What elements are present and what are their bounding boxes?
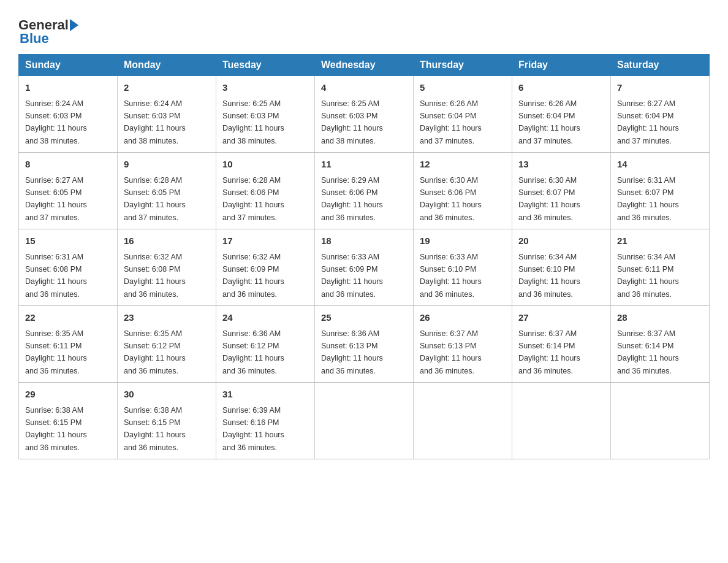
day-info: Sunrise: 6:36 AMSunset: 6:12 PMDaylight:…: [222, 329, 284, 375]
day-number: 11: [321, 158, 407, 172]
day-number: 8: [25, 158, 111, 172]
day-info: Sunrise: 6:38 AMSunset: 6:15 PMDaylight:…: [124, 406, 186, 452]
day-info: Sunrise: 6:39 AMSunset: 6:16 PMDaylight:…: [222, 406, 284, 452]
calendar-cell: 28 Sunrise: 6:37 AMSunset: 6:14 PMDaylig…: [611, 306, 710, 383]
calendar-cell: 10 Sunrise: 6:28 AMSunset: 6:06 PMDaylig…: [216, 153, 315, 229]
calendar-cell: 4 Sunrise: 6:25 AMSunset: 6:03 PMDayligh…: [315, 76, 414, 153]
day-number: 19: [420, 234, 506, 248]
calendar-cell: [315, 383, 414, 459]
day-info: Sunrise: 6:35 AMSunset: 6:12 PMDaylight:…: [124, 329, 186, 375]
day-info: Sunrise: 6:35 AMSunset: 6:11 PMDaylight:…: [25, 329, 87, 375]
day-info: Sunrise: 6:25 AMSunset: 6:03 PMDaylight:…: [321, 99, 383, 145]
day-number: 25: [321, 311, 407, 325]
day-info: Sunrise: 6:32 AMSunset: 6:09 PMDaylight:…: [222, 253, 284, 299]
col-header-saturday: Saturday: [611, 55, 710, 76]
calendar-cell: 2 Sunrise: 6:24 AMSunset: 6:03 PMDayligh…: [118, 76, 216, 153]
day-number: 14: [617, 158, 703, 172]
day-number: 16: [124, 234, 210, 248]
calendar-cell: 26 Sunrise: 6:37 AMSunset: 6:13 PMDaylig…: [414, 306, 512, 383]
day-number: 26: [420, 311, 506, 325]
logo-blue: Blue: [18, 31, 49, 47]
calendar-cell: 23 Sunrise: 6:35 AMSunset: 6:12 PMDaylig…: [118, 306, 216, 383]
calendar-cell: 19 Sunrise: 6:33 AMSunset: 6:10 PMDaylig…: [414, 229, 512, 306]
calendar-cell: 22 Sunrise: 6:35 AMSunset: 6:11 PMDaylig…: [19, 306, 118, 383]
day-info: Sunrise: 6:37 AMSunset: 6:14 PMDaylight:…: [518, 329, 580, 375]
day-info: Sunrise: 6:28 AMSunset: 6:05 PMDaylight:…: [124, 176, 186, 222]
day-info: Sunrise: 6:34 AMSunset: 6:11 PMDaylight:…: [617, 253, 679, 299]
logo-general: General: [18, 18, 69, 32]
day-info: Sunrise: 6:32 AMSunset: 6:08 PMDaylight:…: [124, 253, 186, 299]
day-info: Sunrise: 6:29 AMSunset: 6:06 PMDaylight:…: [321, 176, 383, 222]
calendar-cell: 30 Sunrise: 6:38 AMSunset: 6:15 PMDaylig…: [118, 383, 216, 459]
day-number: 29: [25, 388, 111, 402]
day-number: 31: [222, 388, 308, 402]
calendar-cell: [611, 383, 710, 459]
calendar-week-1: 1 Sunrise: 6:24 AMSunset: 6:03 PMDayligh…: [19, 76, 710, 153]
day-number: 27: [518, 311, 604, 325]
calendar-cell: 8 Sunrise: 6:27 AMSunset: 6:05 PMDayligh…: [19, 153, 118, 229]
calendar-cell: [512, 383, 611, 459]
col-header-monday: Monday: [118, 55, 216, 76]
calendar-cell: 6 Sunrise: 6:26 AMSunset: 6:04 PMDayligh…: [512, 76, 611, 153]
day-number: 10: [222, 158, 308, 172]
day-number: 13: [518, 158, 604, 172]
page-header: General Blue: [18, 12, 710, 47]
logo-arrow-icon: [70, 19, 78, 31]
calendar-header-row: SundayMondayTuesdayWednesdayThursdayFrid…: [19, 55, 710, 76]
day-info: Sunrise: 6:31 AMSunset: 6:08 PMDaylight:…: [25, 253, 87, 299]
day-number: 30: [124, 388, 210, 402]
col-header-thursday: Thursday: [414, 55, 512, 76]
day-number: 22: [25, 311, 111, 325]
calendar-cell: [414, 383, 512, 459]
day-number: 5: [420, 81, 506, 95]
day-number: 2: [124, 81, 210, 95]
calendar-cell: 18 Sunrise: 6:33 AMSunset: 6:09 PMDaylig…: [315, 229, 414, 306]
day-number: 7: [617, 81, 703, 95]
day-info: Sunrise: 6:30 AMSunset: 6:07 PMDaylight:…: [518, 176, 580, 222]
calendar-table: SundayMondayTuesdayWednesdayThursdayFrid…: [18, 54, 710, 459]
day-info: Sunrise: 6:36 AMSunset: 6:13 PMDaylight:…: [321, 329, 383, 375]
calendar-cell: 12 Sunrise: 6:30 AMSunset: 6:06 PMDaylig…: [414, 153, 512, 229]
calendar-cell: 11 Sunrise: 6:29 AMSunset: 6:06 PMDaylig…: [315, 153, 414, 229]
calendar-cell: 16 Sunrise: 6:32 AMSunset: 6:08 PMDaylig…: [118, 229, 216, 306]
day-number: 24: [222, 311, 308, 325]
calendar-week-2: 8 Sunrise: 6:27 AMSunset: 6:05 PMDayligh…: [19, 153, 710, 229]
calendar-cell: 3 Sunrise: 6:25 AMSunset: 6:03 PMDayligh…: [216, 76, 315, 153]
day-info: Sunrise: 6:33 AMSunset: 6:10 PMDaylight:…: [420, 253, 482, 299]
calendar-cell: 9 Sunrise: 6:28 AMSunset: 6:05 PMDayligh…: [118, 153, 216, 229]
day-info: Sunrise: 6:24 AMSunset: 6:03 PMDaylight:…: [124, 99, 186, 145]
day-number: 21: [617, 234, 703, 248]
day-number: 4: [321, 81, 407, 95]
day-info: Sunrise: 6:26 AMSunset: 6:04 PMDaylight:…: [420, 99, 482, 145]
day-number: 18: [321, 234, 407, 248]
calendar-cell: 13 Sunrise: 6:30 AMSunset: 6:07 PMDaylig…: [512, 153, 611, 229]
day-info: Sunrise: 6:24 AMSunset: 6:03 PMDaylight:…: [25, 99, 87, 145]
day-info: Sunrise: 6:27 AMSunset: 6:05 PMDaylight:…: [25, 176, 87, 222]
day-number: 28: [617, 311, 703, 325]
calendar-cell: 5 Sunrise: 6:26 AMSunset: 6:04 PMDayligh…: [414, 76, 512, 153]
calendar-cell: 31 Sunrise: 6:39 AMSunset: 6:16 PMDaylig…: [216, 383, 315, 459]
calendar-cell: 17 Sunrise: 6:32 AMSunset: 6:09 PMDaylig…: [216, 229, 315, 306]
calendar-week-3: 15 Sunrise: 6:31 AMSunset: 6:08 PMDaylig…: [19, 229, 710, 306]
day-info: Sunrise: 6:25 AMSunset: 6:03 PMDaylight:…: [222, 99, 284, 145]
day-number: 17: [222, 234, 308, 248]
calendar-cell: 14 Sunrise: 6:31 AMSunset: 6:07 PMDaylig…: [611, 153, 710, 229]
day-info: Sunrise: 6:27 AMSunset: 6:04 PMDaylight:…: [617, 99, 679, 145]
day-info: Sunrise: 6:26 AMSunset: 6:04 PMDaylight:…: [518, 99, 580, 145]
col-header-sunday: Sunday: [19, 55, 118, 76]
day-info: Sunrise: 6:33 AMSunset: 6:09 PMDaylight:…: [321, 253, 383, 299]
day-info: Sunrise: 6:37 AMSunset: 6:14 PMDaylight:…: [617, 329, 679, 375]
day-info: Sunrise: 6:38 AMSunset: 6:15 PMDaylight:…: [25, 406, 87, 452]
calendar-cell: 7 Sunrise: 6:27 AMSunset: 6:04 PMDayligh…: [611, 76, 710, 153]
calendar-week-5: 29 Sunrise: 6:38 AMSunset: 6:15 PMDaylig…: [19, 383, 710, 459]
day-number: 12: [420, 158, 506, 172]
day-number: 9: [124, 158, 210, 172]
calendar-cell: 15 Sunrise: 6:31 AMSunset: 6:08 PMDaylig…: [19, 229, 118, 306]
day-number: 23: [124, 311, 210, 325]
day-info: Sunrise: 6:37 AMSunset: 6:13 PMDaylight:…: [420, 329, 482, 375]
calendar-cell: 25 Sunrise: 6:36 AMSunset: 6:13 PMDaylig…: [315, 306, 414, 383]
calendar-cell: 21 Sunrise: 6:34 AMSunset: 6:11 PMDaylig…: [611, 229, 710, 306]
calendar-cell: 1 Sunrise: 6:24 AMSunset: 6:03 PMDayligh…: [19, 76, 118, 153]
calendar-cell: 20 Sunrise: 6:34 AMSunset: 6:10 PMDaylig…: [512, 229, 611, 306]
day-number: 15: [25, 234, 111, 248]
